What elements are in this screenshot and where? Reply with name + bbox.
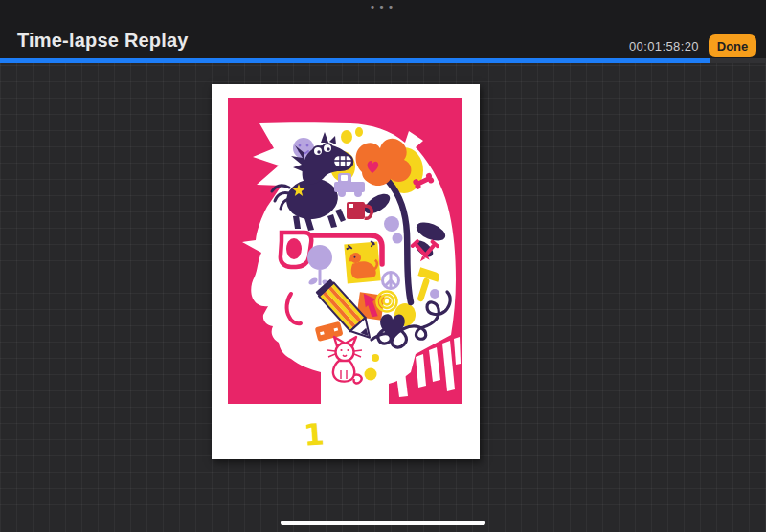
purple-dot — [393, 233, 403, 244]
page-number: 1 — [294, 416, 334, 454]
timelapse-timestamp: 00:01:58:20 — [629, 39, 699, 54]
done-button[interactable]: Done — [709, 34, 756, 57]
sticky-note-dog-doodle — [344, 241, 381, 284]
timelapse-artwork — [228, 98, 462, 404]
artwork-card[interactable]: 1 — [212, 84, 480, 459]
progress-fill — [0, 58, 710, 63]
page-title: Time-lapse Replay — [17, 30, 189, 52]
timelapse-progress-bar[interactable] — [0, 58, 766, 63]
purple-dot — [384, 216, 399, 232]
multitask-dots-icon[interactable]: ••• — [0, 2, 766, 13]
home-indicator[interactable] — [281, 521, 485, 525]
purple-dot — [430, 289, 439, 299]
flower-doodle — [356, 139, 412, 186]
